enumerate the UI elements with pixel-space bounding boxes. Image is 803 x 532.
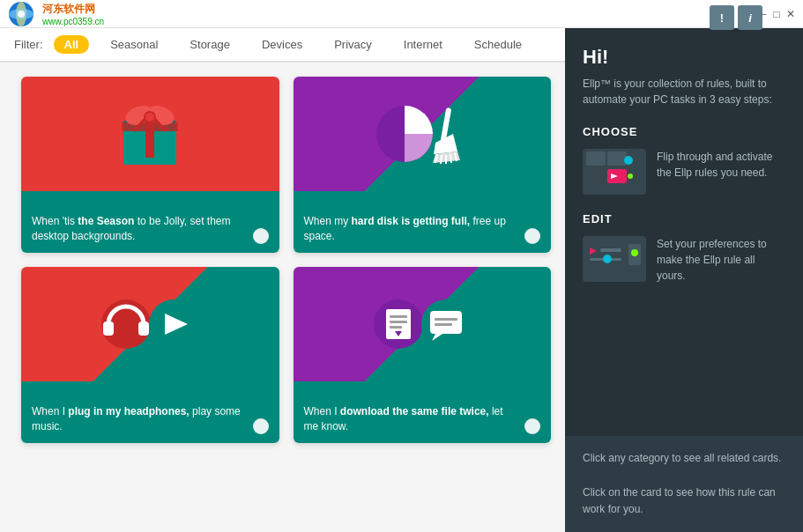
svg-point-42	[624, 156, 633, 165]
info-button[interactable]: i	[738, 5, 762, 30]
info-icon: i	[748, 11, 752, 25]
card-download-text: When I download the same file twice, let…	[304, 404, 518, 434]
card-headphones[interactable]: When I plug in my headphones, play some …	[21, 267, 279, 443]
card-download[interactable]: When I download the same file twice, let…	[294, 267, 552, 443]
title-bar: 河东软件网 www.pc0359.cn ─ □ ✕	[0, 0, 803, 28]
right-panel: Hi! Ellp™ is your collection of rules, b…	[565, 28, 803, 532]
card-storage[interactable]: When my hard disk is getting full, free …	[294, 77, 552, 253]
card-download-toggle[interactable]	[524, 418, 540, 434]
greeting-description: Ellp™ is your collection of rules, built…	[583, 76, 785, 107]
svg-rect-39	[586, 169, 606, 183]
svg-rect-22	[103, 321, 114, 336]
close-button[interactable]: ✕	[785, 9, 796, 19]
card-storage-toggle[interactable]	[524, 228, 540, 244]
download-icons	[365, 284, 480, 364]
header-icons: ! i	[710, 5, 762, 30]
svg-rect-38	[607, 151, 627, 166]
svg-line-19	[450, 154, 451, 163]
svg-line-17	[441, 155, 442, 164]
edit-illustration	[584, 237, 644, 281]
filter-devices[interactable]: Devices	[251, 35, 313, 54]
card-download-bottom: When I download the same file twice, let…	[294, 381, 552, 443]
svg-rect-33	[430, 311, 462, 334]
card-headphones-top	[21, 267, 279, 381]
filter-schedule[interactable]: Schedule	[464, 35, 532, 54]
right-panel-footer: Click any category to see all related ca…	[565, 436, 803, 532]
filter-all[interactable]: All	[54, 35, 90, 54]
notification-icon: !	[720, 11, 724, 25]
svg-rect-37	[586, 151, 606, 166]
svg-point-50	[631, 249, 638, 256]
filter-internet[interactable]: Internet	[393, 35, 453, 54]
card-headphones-text: When I plug in my headphones, play some …	[32, 404, 246, 434]
svg-point-3	[18, 11, 25, 18]
card-headphones-bottom: When I plug in my headphones, play some …	[21, 381, 279, 443]
card-headphones-toggle[interactable]	[253, 418, 269, 434]
app-logo	[7, 0, 35, 28]
card-storage-text: When my hard disk is getting full, free …	[304, 214, 518, 244]
brand-url: www.pc0359.cn	[42, 17, 104, 26]
card-download-top	[294, 267, 552, 381]
greeting-title: Hi!	[583, 46, 785, 69]
card-storage-top	[294, 77, 552, 191]
edit-title: EDIT	[583, 212, 785, 225]
filter-storage[interactable]: Storage	[179, 35, 241, 54]
left-panel: Filter: All Seasonal Storage Devices Pri…	[0, 28, 565, 532]
svg-rect-29	[390, 321, 407, 323]
svg-rect-44	[586, 240, 627, 269]
svg-rect-35	[435, 318, 457, 321]
headphones-icons	[93, 284, 207, 364]
choose-row: Flip through and activate the Ellp rules…	[583, 149, 785, 195]
edit-description: Set your preferences to make the Ellp ru…	[657, 236, 785, 284]
choose-description: Flip through and activate the Ellp rules…	[657, 149, 785, 181]
right-panel-top: Hi! Ellp™ is your collection of rules, b…	[565, 28, 803, 436]
svg-rect-36	[435, 323, 452, 326]
gift-icon	[115, 94, 185, 174]
main-layout: Filter: All Seasonal Storage Devices Pri…	[0, 28, 803, 532]
cards-area: When 'tis the Season to be Jolly, set th…	[0, 63, 565, 532]
svg-point-43	[628, 174, 633, 179]
svg-rect-30	[390, 326, 402, 329]
card-seasonal[interactable]: When 'tis the Season to be Jolly, set th…	[21, 77, 279, 253]
notification-button[interactable]: !	[710, 5, 734, 30]
edit-thumb	[583, 236, 646, 282]
choose-title: CHOOSE	[583, 125, 785, 138]
card-storage-bottom: When my hard disk is getting full, free …	[294, 191, 552, 253]
brand-name: 河东软件网	[42, 2, 104, 17]
edit-row: Set your preferences to make the Ellp ru…	[583, 236, 785, 284]
filter-bar: Filter: All Seasonal Storage Devices Pri…	[0, 28, 565, 62]
svg-rect-46	[600, 248, 621, 252]
window-controls: ─ □ ✕	[757, 9, 796, 19]
svg-point-13	[145, 113, 154, 122]
footer-line-2: Click on the card to see how this rule c…	[583, 484, 785, 518]
svg-rect-28	[390, 315, 407, 318]
storage-icons	[365, 94, 480, 174]
filter-seasonal[interactable]: Seasonal	[100, 35, 168, 54]
footer-line-1: Click any category to see all related ca…	[583, 450, 785, 467]
filter-label: Filter:	[14, 38, 43, 51]
choose-thumb	[583, 149, 646, 195]
svg-rect-23	[138, 321, 149, 336]
restore-button[interactable]: □	[771, 9, 782, 19]
filter-privacy[interactable]: Privacy	[323, 35, 383, 54]
card-seasonal-text: When 'tis the Season to be Jolly, set th…	[32, 214, 246, 244]
title-bar-left: 河东软件网 www.pc0359.cn	[7, 0, 104, 28]
choose-illustration	[584, 150, 644, 194]
svg-point-48	[603, 255, 612, 263]
card-seasonal-bottom: When 'tis the Season to be Jolly, set th…	[21, 191, 279, 253]
brand: 河东软件网 www.pc0359.cn	[42, 2, 104, 26]
card-seasonal-top	[21, 77, 279, 191]
card-seasonal-toggle[interactable]	[253, 228, 269, 244]
